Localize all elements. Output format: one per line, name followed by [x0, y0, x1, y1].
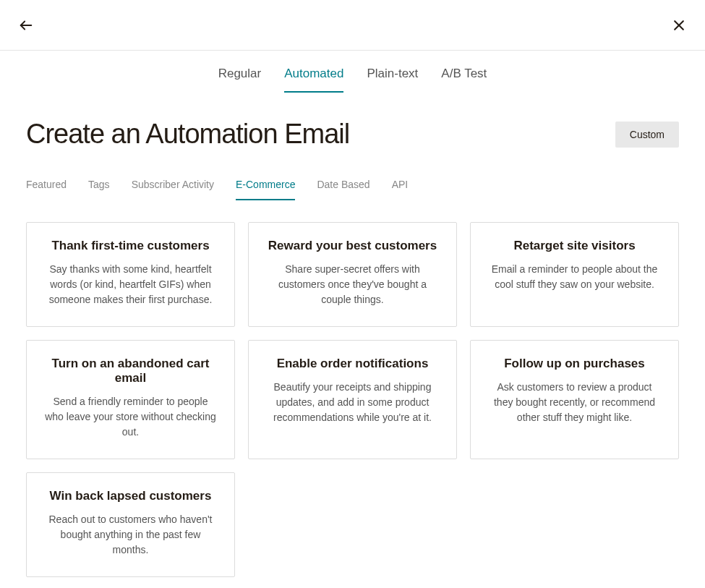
card-desc: Beautify your receipts and shipping upda… [266, 380, 439, 425]
page-title: Create an Automation Email [26, 119, 349, 150]
subtab-api[interactable]: API [392, 179, 409, 200]
card-title: Follow up on purchases [488, 357, 661, 371]
card-thank-first-time[interactable]: Thank first-time customers Say thanks wi… [26, 222, 235, 327]
custom-button[interactable]: Custom [615, 122, 679, 148]
arrow-left-icon [18, 17, 34, 33]
subtab-featured[interactable]: Featured [26, 179, 67, 200]
tab-ab-test[interactable]: A/B Test [441, 67, 487, 93]
tab-plain-text[interactable]: Plain-text [367, 67, 418, 93]
card-desc: Email a reminder to people about the coo… [488, 262, 661, 292]
tab-automated[interactable]: Automated [284, 67, 343, 93]
close-icon [672, 18, 686, 33]
tab-regular[interactable]: Regular [218, 67, 262, 93]
card-title: Turn on an abandoned cart email [44, 357, 217, 385]
card-desc: Send a friendly reminder to people who l… [44, 394, 217, 440]
card-reward-best[interactable]: Reward your best customers Share super-s… [248, 222, 457, 327]
top-bar [0, 0, 705, 51]
card-order-notifications[interactable]: Enable order notifications Beautify your… [248, 340, 457, 459]
card-desc: Ask customers to review a product they b… [488, 380, 661, 425]
card-abandoned-cart[interactable]: Turn on an abandoned cart email Send a f… [26, 340, 235, 459]
card-title: Reward your best customers [266, 239, 439, 253]
subtab-date-based[interactable]: Date Based [317, 179, 369, 200]
card-retarget[interactable]: Retarget site visitors Email a reminder … [470, 222, 679, 327]
card-desc: Share super-secret offers with customers… [266, 262, 439, 307]
subtab-ecommerce[interactable]: E-Commerce [236, 179, 295, 200]
content-area: Create an Automation Email Custom Featur… [0, 93, 705, 577]
card-title: Win back lapsed customers [44, 489, 217, 503]
card-title: Thank first-time customers [44, 239, 217, 253]
sub-tabs: Featured Tags Subscriber Activity E-Comm… [26, 179, 679, 200]
card-title: Retarget site visitors [488, 239, 661, 253]
cards-grid: Thank first-time customers Say thanks wi… [26, 222, 679, 577]
title-row: Create an Automation Email Custom [26, 119, 679, 150]
subtab-tags[interactable]: Tags [88, 179, 110, 200]
back-button[interactable] [17, 17, 35, 34]
card-desc: Reach out to customers who haven't bough… [44, 512, 217, 558]
main-tabs: Regular Automated Plain-text A/B Test [0, 51, 705, 93]
subtab-subscriber-activity[interactable]: Subscriber Activity [132, 179, 214, 200]
card-follow-up[interactable]: Follow up on purchases Ask customers to … [470, 340, 679, 459]
card-win-back[interactable]: Win back lapsed customers Reach out to c… [26, 472, 235, 577]
card-title: Enable order notifications [266, 357, 439, 371]
card-desc: Say thanks with some kind, heartfelt wor… [44, 262, 217, 307]
close-button[interactable] [670, 17, 688, 34]
